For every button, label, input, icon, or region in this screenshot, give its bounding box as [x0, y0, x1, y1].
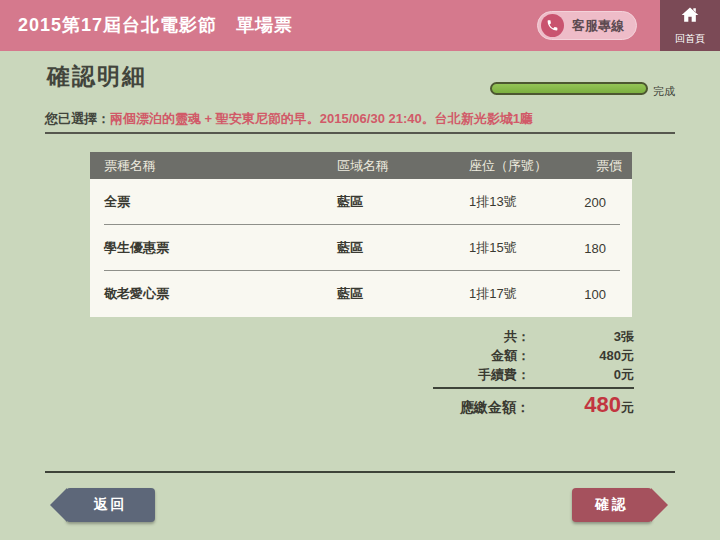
table-row: 敬老愛心票 藍區 1排17號 100: [90, 271, 632, 317]
kiosk-screen: 2015第17屆台北電影節 單場票 客服專線 回首頁 確認明細 完成 您已選擇：…: [0, 0, 720, 540]
confirm-button-label: 確認: [595, 496, 629, 514]
fee-label: 手續費：: [478, 365, 530, 384]
col-header-area: 區域名稱: [337, 157, 469, 175]
table-row: 全票 藍區 1排13號 200: [90, 179, 632, 225]
confirm-button[interactable]: 確認: [572, 488, 652, 522]
amount-due-unit: 元: [621, 400, 634, 415]
fee-row: 手續費： 0元: [478, 365, 634, 384]
table-row: 學生優惠票 藍區 1排15號 180: [90, 225, 632, 271]
cell-price: 180: [579, 241, 606, 256]
customer-service-label: 客服專線: [572, 17, 624, 35]
phone-icon: [541, 14, 564, 37]
total-count-label: 共：: [504, 327, 530, 346]
amount-due-row: 應繳金額： 480元: [460, 392, 634, 418]
bottom-divider: [45, 471, 675, 473]
totals-block: 共： 3張 金額： 480元 手續費： 0元: [478, 327, 634, 384]
selection-divider: [45, 132, 675, 134]
app-title: 2015第17屆台北電影節 單場票: [18, 0, 293, 51]
amount-due-value-wrap: 480元: [530, 392, 634, 418]
table-body: 全票 藍區 1排13號 200 學生優惠票 藍區 1排15號 180 敬老愛心票…: [90, 179, 632, 317]
cell-area: 藍區: [337, 285, 469, 303]
col-header-price: 票價: [579, 157, 622, 175]
home-icon: [679, 5, 701, 29]
amount-due-value: 480: [584, 392, 621, 417]
top-bar: 2015第17屆台北電影節 單場票 客服專線 回首頁: [0, 0, 720, 51]
progress-done-label: 完成: [653, 84, 675, 99]
cell-price: 200: [579, 195, 606, 210]
total-count-value: 3張: [530, 327, 634, 346]
cell-seat: 1排15號: [469, 239, 579, 257]
cell-ticket-type: 全票: [104, 193, 337, 211]
fee-value: 0元: [530, 365, 634, 384]
customer-service-button[interactable]: 客服專線: [537, 11, 637, 40]
col-header-ticket-type: 票種名稱: [104, 157, 337, 175]
page-title: 確認明細: [47, 61, 147, 92]
cell-seat: 1排17號: [469, 285, 579, 303]
selection-label: 您已選擇：: [45, 111, 110, 126]
amount-row: 金額： 480元: [478, 346, 634, 365]
back-button[interactable]: 返回: [66, 488, 155, 522]
cell-area: 藍區: [337, 193, 469, 211]
total-count-row: 共： 3張: [478, 327, 634, 346]
home-button[interactable]: 回首頁: [660, 0, 720, 51]
cell-price: 100: [579, 287, 606, 302]
cell-seat: 1排13號: [469, 193, 579, 211]
totals-divider: [433, 387, 634, 389]
ticket-table: 票種名稱 區域名稱 座位（序號） 票價 全票 藍區 1排13號 200 學生優惠…: [90, 152, 632, 317]
progress-bar: [490, 82, 648, 95]
home-button-label: 回首頁: [675, 32, 705, 46]
selection-value: 兩個漂泊的靈魂 + 聖安東尼節的早。2015/06/30 21:40。台北新光影…: [110, 111, 533, 126]
cell-ticket-type: 學生優惠票: [104, 239, 337, 257]
table-header-row: 票種名稱 區域名稱 座位（序號） 票價: [90, 152, 632, 179]
amount-value: 480元: [530, 346, 634, 365]
amount-due-label: 應繳金額：: [460, 399, 530, 417]
cell-area: 藍區: [337, 239, 469, 257]
selection-summary: 您已選擇：兩個漂泊的靈魂 + 聖安東尼節的早。2015/06/30 21:40。…: [45, 110, 533, 128]
col-header-seat: 座位（序號）: [469, 157, 579, 175]
amount-label: 金額：: [491, 346, 530, 365]
cell-ticket-type: 敬老愛心票: [104, 285, 337, 303]
back-button-label: 返回: [94, 496, 128, 514]
